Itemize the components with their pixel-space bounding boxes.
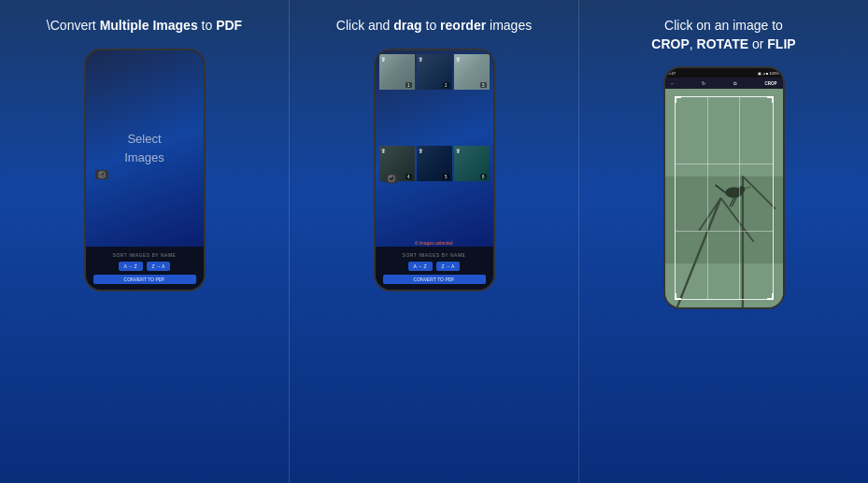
btn-row-2: A → Z Z → A: [383, 262, 486, 271]
phone-toolbar: ← ↻ ⧉ CROP: [665, 78, 783, 89]
cell-number-4: 4: [406, 174, 412, 179]
trash-icon-3: 🗑: [456, 56, 462, 62]
phone-2: 🗑 1 🗑 2 🗑 3 🗑 4: [374, 49, 495, 291]
btn-az-2[interactable]: A → Z: [408, 262, 433, 271]
sort-label-2: SORT IMAGES BY NAME: [383, 252, 486, 258]
panel-1: \Convert Multiple Images to PDF Select I…: [0, 0, 290, 483]
trash-icon-5: 🗑: [419, 148, 424, 153]
trash-icon-2: 🗑: [419, 56, 424, 62]
images-selected-label: 6 images selected: [411, 239, 456, 247]
grid-cell-2[interactable]: 🗑 2: [417, 54, 452, 90]
main-container: \Convert Multiple Images to PDF Select I…: [0, 0, 868, 483]
crop-area[interactable]: [665, 89, 783, 307]
grid-cell-5[interactable]: 🗑 5: [417, 146, 452, 181]
panel-1-title: \Convert Multiple Images to PDF: [47, 17, 242, 36]
trash-icon-6: 🗑: [456, 148, 462, 153]
btn-za-2[interactable]: Z → A: [436, 262, 461, 271]
btn-az-1[interactable]: A → Z: [119, 262, 143, 271]
pdf-icon: [95, 170, 108, 179]
svg-rect-5: [390, 177, 391, 178]
panel-2: Click and drag to reorder images 🗑 1 🗑 2…: [290, 0, 579, 483]
cell-number-1: 1: [406, 82, 412, 88]
cell-number-5: 5: [443, 174, 449, 179]
sort-label-1: SORT IMAGES BY NAME: [93, 252, 196, 258]
grid-cell-1[interactable]: 🗑 1: [379, 54, 415, 90]
svg-rect-4: [389, 176, 394, 181]
select-images-text: Select Images: [124, 130, 164, 166]
pdf-icon-2: [385, 174, 398, 183]
btn-za-1[interactable]: Z → A: [147, 262, 171, 271]
grid-cell-3[interactable]: 🗑 3: [454, 54, 490, 90]
btn-convert-1[interactable]: CONVERT TO PDF: [93, 275, 196, 284]
btn-convert-2[interactable]: CONVERT TO PDF: [383, 275, 486, 284]
status-icons: ▣ ⊿ ■ 100%: [758, 71, 779, 76]
btn-row-1: A → Z Z → A: [93, 262, 196, 271]
svg-point-14: [738, 186, 745, 192]
trash-icon-4: 🗑: [381, 148, 387, 153]
image-grid: 🗑 1 🗑 2 🗑 3 🗑 4: [376, 50, 493, 239]
phone-3: 5:07 ▣ ⊿ ■ 100% ← ↻ ⧉ CROP: [663, 66, 785, 309]
status-time: 5:07: [669, 71, 676, 76]
svg-rect-3: [100, 176, 103, 177]
svg-rect-1: [100, 173, 102, 174]
panel-3: Click on an image to CROP, ROTATE or FLI…: [579, 0, 868, 483]
cell-number-2: 2: [443, 82, 449, 88]
phone-1-screen: Select Images: [86, 50, 204, 247]
phone-2-screen: 🗑 1 🗑 2 🗑 3 🗑 4: [376, 50, 493, 247]
cell-number-3: 3: [480, 82, 487, 88]
crop-button[interactable]: CROP: [764, 81, 776, 86]
panel-3-title: Click on an image to CROP, ROTATE or FLI…: [651, 17, 795, 53]
flip-button[interactable]: ⧉: [733, 81, 737, 86]
svg-rect-7: [665, 177, 783, 264]
phone-1-bottom: SORT IMAGES BY NAME A → Z Z → A CONVERT …: [86, 247, 204, 290]
status-bar: 5:07 ▣ ⊿ ■ 100%: [665, 68, 783, 78]
crop-image-svg: [665, 89, 783, 307]
svg-rect-2: [100, 175, 104, 176]
refresh-button[interactable]: ↻: [702, 81, 705, 86]
grid-cell-6[interactable]: 🗑 6: [454, 146, 490, 181]
back-button[interactable]: ←: [671, 81, 676, 86]
cell-number-6: 6: [480, 174, 487, 179]
phone-2-bottom: SORT IMAGES BY NAME A → Z Z → A CONVERT …: [376, 247, 493, 290]
panel-2-title: Click and drag to reorder images: [336, 17, 532, 36]
trash-icon-1: 🗑: [381, 56, 387, 62]
phone-1: Select Images SORT IMAGES BY NAME A → Z: [84, 49, 206, 291]
